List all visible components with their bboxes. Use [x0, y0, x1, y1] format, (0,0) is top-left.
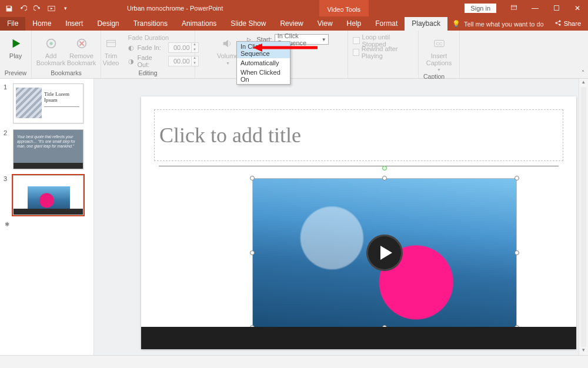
- tab-insert[interactable]: Insert: [58, 17, 90, 31]
- start-from-beginning-icon[interactable]: [47, 4, 55, 12]
- fade-in-spinner[interactable]: ▲▼: [168, 42, 199, 53]
- rewind-checkbox[interactable]: [353, 49, 359, 56]
- resize-handle[interactable]: [382, 176, 387, 180]
- add-bookmark-button[interactable]: Add Bookmark: [38, 33, 65, 66]
- group-loop-rewind: Loop until Stopped Rewind after Playing …: [348, 31, 419, 78]
- svg-text:CC: CC: [436, 41, 442, 46]
- loop-checkbox[interactable]: [353, 37, 360, 44]
- title-placeholder-text: Click to add title: [155, 123, 301, 148]
- slide-thumb-2[interactable]: Your best quote that reflects your appro…: [13, 129, 83, 169]
- fade-out-icon: ◑: [128, 58, 134, 65]
- tab-slideshow[interactable]: Slide Show: [223, 17, 273, 31]
- tab-review[interactable]: Review: [273, 17, 310, 31]
- thumb1-title: Title Lorem Ipsum: [44, 91, 79, 103]
- group-bookmarks: Add Bookmark Remove Bookmark Bookmarks: [32, 31, 101, 78]
- scroll-up-icon[interactable]: ▴: [579, 79, 588, 87]
- thumbnail-3[interactable]: 3: [4, 175, 93, 215]
- thumbnail-pane: 1 Title Lorem Ipsum 2 Your best quote th…: [0, 79, 94, 355]
- thumb1-image: [16, 88, 42, 118]
- tab-file[interactable]: File: [0, 17, 25, 31]
- slide-footer-bar: [141, 327, 576, 349]
- remove-bookmark-icon: [74, 35, 90, 52]
- remove-bookmark-button[interactable]: Remove Bookmark: [68, 33, 95, 66]
- fade-out-spinner[interactable]: ▲▼: [168, 56, 199, 66]
- title-placeholder[interactable]: Click to add title: [154, 109, 563, 161]
- tab-format[interactable]: Format: [368, 17, 405, 31]
- window-controls: — ☐ ✕: [503, 4, 588, 13]
- svg-rect-8: [106, 41, 115, 47]
- slide-thumb-3[interactable]: [13, 175, 83, 215]
- tab-playback[interactable]: Playback: [405, 17, 447, 31]
- rotate-handle[interactable]: [382, 166, 387, 170]
- captions-icon: CC: [431, 35, 447, 52]
- fade-out-label: Fade Out:: [138, 54, 165, 68]
- add-bookmark-icon: [43, 35, 59, 52]
- document-title: Urban monochrome - PowerPoint: [127, 5, 223, 12]
- thumb3-video: [28, 186, 70, 210]
- svg-marker-12: [253, 44, 262, 52]
- ribbon-options-icon[interactable]: [503, 4, 524, 13]
- tab-view[interactable]: View: [310, 17, 340, 31]
- add-bookmark-label: Add Bookmark: [36, 53, 66, 66]
- minimize-icon[interactable]: —: [524, 4, 546, 13]
- group-editing: Trim Video Fade Duration ◐ Fade In: ▲▼ ◑…: [101, 31, 195, 78]
- resize-handle[interactable]: [514, 250, 519, 255]
- thumb2-quote: Your best quote that reflects your appro…: [17, 135, 79, 148]
- animation-indicator-icon: ✱: [5, 221, 93, 228]
- tab-home[interactable]: Home: [25, 17, 58, 31]
- lightbulb-icon: 💡: [452, 20, 460, 28]
- fade-duration-title: Fade Duration: [128, 34, 199, 41]
- share-button[interactable]: Share: [547, 17, 588, 31]
- insert-captions-label: Insert Captions: [426, 53, 452, 66]
- insert-captions-button[interactable]: CC Insert Captions ▼: [426, 33, 453, 72]
- undo-icon[interactable]: [19, 4, 27, 12]
- resize-handle[interactable]: [250, 250, 255, 255]
- fade-in-input[interactable]: [169, 44, 191, 51]
- title-bar: ▾ Urban monochrome - PowerPoint Video To…: [0, 0, 588, 16]
- quick-access-toolbar: ▾: [0, 4, 74, 12]
- share-icon: [554, 19, 562, 28]
- start-option-when-clicked-on[interactable]: When Clicked On: [237, 68, 290, 84]
- tell-me[interactable]: 💡 Tell me what you want to do: [452, 20, 544, 31]
- scroll-down-icon[interactable]: ▾: [579, 347, 588, 355]
- sign-in-button[interactable]: Sign in: [465, 4, 496, 13]
- rewind-label: Rewind after Playing: [362, 45, 413, 59]
- current-slide[interactable]: Click to add title: [141, 96, 576, 349]
- play-button[interactable]: Play: [2, 33, 29, 60]
- scroll-track[interactable]: [581, 87, 586, 347]
- tab-help[interactable]: Help: [340, 17, 369, 31]
- thumbnail-2[interactable]: 2 Your best quote that reflects your app…: [4, 129, 93, 169]
- play-overlay-icon[interactable]: [366, 235, 403, 271]
- video-object[interactable]: [253, 179, 516, 327]
- trim-label: Trim Video: [103, 53, 119, 66]
- tab-animations[interactable]: Animations: [175, 17, 223, 31]
- group-label-editing: Editing: [138, 68, 157, 78]
- thumbnail-1[interactable]: 1 Title Lorem Ipsum: [4, 83, 93, 123]
- vertical-scrollbar[interactable]: ▴ ▾: [579, 79, 588, 355]
- svg-rect-1: [512, 5, 517, 9]
- share-label: Share: [564, 20, 581, 27]
- redo-icon[interactable]: [33, 4, 41, 12]
- play-label: Play: [9, 53, 22, 60]
- trim-video-button[interactable]: Trim Video: [98, 33, 125, 66]
- remove-bookmark-label: Remove Bookmark: [67, 53, 96, 66]
- group-label-bookmarks: Bookmarks: [51, 68, 82, 78]
- save-icon[interactable]: [5, 4, 13, 12]
- resize-handle[interactable]: [250, 176, 255, 180]
- fade-out-input[interactable]: [169, 58, 191, 65]
- collapse-ribbon-icon[interactable]: ˄: [582, 69, 584, 76]
- qat-more-icon[interactable]: ▾: [61, 4, 69, 12]
- maximize-icon[interactable]: ☐: [546, 4, 567, 13]
- annotation-arrow: [253, 42, 318, 53]
- tab-design[interactable]: Design: [90, 17, 126, 31]
- ribbon-playback: Play Preview Add Bookmark Remove Bookmar…: [0, 31, 588, 79]
- start-option-automatically[interactable]: Automatically: [237, 58, 290, 68]
- slide-thumb-1[interactable]: Title Lorem Ipsum: [13, 83, 83, 123]
- trim-icon: [103, 35, 119, 52]
- status-bar: [0, 355, 588, 368]
- fade-in-icon: ◐: [128, 44, 134, 52]
- resize-handle[interactable]: [514, 176, 519, 180]
- tab-transitions[interactable]: Transitions: [126, 17, 175, 31]
- close-icon[interactable]: ✕: [567, 4, 588, 13]
- fade-duration: Fade Duration ◐ Fade In: ▲▼ ◑ Fade Out: …: [128, 33, 199, 68]
